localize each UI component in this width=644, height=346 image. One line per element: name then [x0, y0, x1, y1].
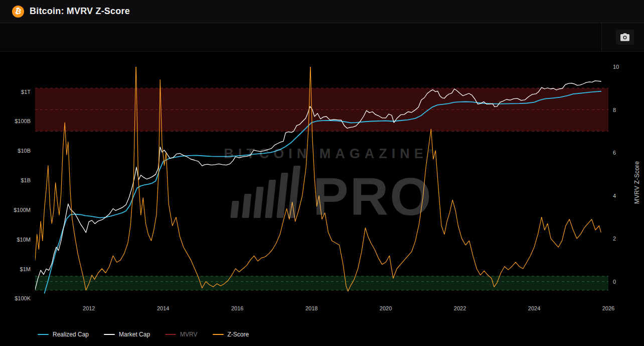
legend-label: Market Cap — [119, 331, 150, 338]
chart-legend: Realized Cap Market Cap MVRV Z-Score — [0, 323, 644, 346]
chart-panel: $100K$1M$10M$100M$1B$10B$100B$1T02468102… — [0, 52, 644, 323]
bitcoin-icon: ₿ — [12, 6, 24, 18]
app: ₿ Bitcoin: MVRV Z-Score $100K$1M$10M$100… — [0, 0, 644, 346]
svg-text:0: 0 — [613, 279, 616, 285]
legend-item-z-score[interactable]: Z-Score — [213, 331, 249, 338]
svg-text:$100B: $100B — [15, 118, 31, 124]
legend-label: MVRV — [180, 331, 197, 338]
svg-text:$1M: $1M — [20, 266, 31, 272]
svg-text:$10M: $10M — [17, 237, 31, 243]
svg-text:2020: 2020 — [380, 305, 392, 311]
svg-text:2016: 2016 — [231, 305, 243, 311]
svg-text:10: 10 — [613, 64, 619, 70]
svg-text:2024: 2024 — [528, 305, 540, 311]
svg-text:$100M: $100M — [14, 207, 31, 213]
svg-text:$10B: $10B — [18, 148, 31, 154]
legend-swatch-z-score — [213, 334, 224, 335]
svg-text:2012: 2012 — [83, 305, 95, 311]
legend-item-realized-cap[interactable]: Realized Cap — [38, 331, 89, 338]
header: ₿ Bitcoin: MVRV Z-Score — [0, 0, 644, 23]
camera-icon — [620, 33, 629, 41]
legend-label: Realized Cap — [53, 331, 89, 338]
camera-button[interactable] — [616, 30, 634, 45]
legend-item-market-cap[interactable]: Market Cap — [104, 331, 150, 338]
svg-text:$100K: $100K — [15, 295, 31, 301]
svg-text:8: 8 — [613, 107, 616, 113]
legend-swatch-market-cap — [104, 334, 115, 335]
legend-swatch-mvrv — [165, 334, 176, 335]
svg-text:6: 6 — [613, 150, 616, 156]
svg-text:$1B: $1B — [21, 177, 31, 183]
svg-text:4: 4 — [613, 193, 616, 199]
svg-text:2018: 2018 — [305, 305, 317, 311]
svg-text:2: 2 — [613, 236, 616, 242]
mvrv-chart-plot-area[interactable]: $100K$1M$10M$100M$1B$10B$100B$1T02468102… — [0, 52, 644, 323]
toolbar — [0, 23, 644, 52]
svg-text:2022: 2022 — [454, 305, 466, 311]
legend-swatch-realized-cap — [38, 334, 49, 335]
svg-text:2026: 2026 — [602, 305, 614, 311]
legend-label: Z-Score — [228, 331, 249, 338]
svg-text:$1T: $1T — [21, 89, 31, 95]
svg-text:2014: 2014 — [157, 305, 169, 311]
toolbar-divider — [601, 23, 602, 51]
legend-item-mvrv[interactable]: MVRV — [165, 331, 197, 338]
page-title: Bitcoin: MVRV Z-Score — [30, 6, 130, 17]
